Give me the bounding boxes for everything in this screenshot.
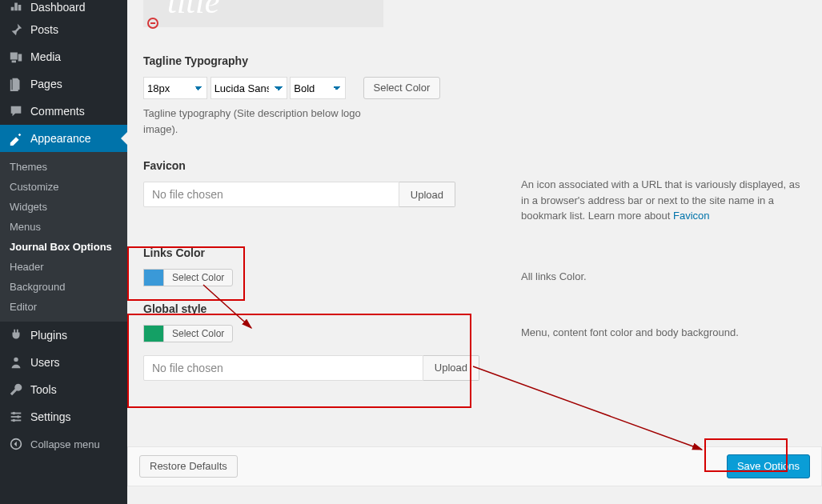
submenu-journal-box-options[interactable]: Journal Box Options	[0, 237, 127, 257]
submenu-header[interactable]: Header	[0, 257, 127, 277]
save-options-button[interactable]: Save Options	[727, 454, 810, 478]
users-icon	[8, 354, 24, 370]
favicon-upload-button[interactable]: Upload	[399, 182, 455, 207]
sidebar-item-appearance[interactable]: Appearance	[0, 125, 127, 152]
sidebar-label: Comments	[30, 105, 85, 118]
links-select-color-button[interactable]: Select Color	[163, 269, 233, 286]
favicon-link[interactable]: Favicon	[673, 210, 710, 222]
collapse-icon	[8, 436, 24, 452]
sidebar-label: Pages	[30, 78, 62, 90]
tagline-heading: Tagline Typography	[143, 54, 489, 67]
sidebar-label: Tools	[30, 383, 57, 396]
submenu-menus[interactable]: Menus	[0, 217, 127, 237]
submenu-editor[interactable]: Editor	[0, 297, 127, 317]
tagline-desc: Tagline typography (Site description bel…	[143, 106, 367, 137]
sidebar-label: Posts	[30, 23, 58, 36]
submenu-customize[interactable]: Customize	[0, 177, 127, 197]
logo-preview: title	[143, 0, 383, 27]
submenu-themes[interactable]: Themes	[0, 157, 127, 177]
remove-logo-icon[interactable]	[147, 18, 158, 29]
favicon-heading: Favicon	[143, 159, 489, 172]
global-file-input[interactable]: No file chosen	[143, 355, 423, 381]
main-content: title Tagline Typography 18px Lucida San…	[127, 0, 822, 504]
submenu-background[interactable]: Background	[0, 277, 127, 297]
sidebar-item-comments[interactable]: Comments	[0, 98, 127, 125]
pin-icon	[8, 22, 24, 38]
sidebar-item-users[interactable]: Users	[0, 349, 127, 376]
global-select-color-button[interactable]: Select Color	[163, 325, 233, 342]
restore-defaults-button[interactable]: Restore Defaults	[139, 455, 238, 478]
sidebar-item-posts[interactable]: Posts	[0, 16, 127, 43]
sidebar-item-plugins[interactable]: Plugins	[0, 322, 127, 349]
settings-icon	[8, 409, 24, 425]
sidebar-label: Users	[30, 356, 60, 369]
sidebar-item-pages[interactable]: Pages	[0, 70, 127, 98]
tagline-weight-select[interactable]: Bold	[290, 77, 346, 99]
svg-point-6	[13, 419, 16, 422]
links-color-heading: Links Color	[143, 246, 489, 259]
options-footer: Restore Defaults Save Options	[127, 446, 822, 486]
appearance-submenu: Themes Customize Widgets Menus Journal B…	[0, 152, 127, 322]
pages-icon	[8, 76, 24, 92]
favicon-file-input[interactable]: No file chosen	[143, 182, 399, 207]
admin-sidebar: Dashboard Posts Media Pages Comments App…	[0, 0, 127, 504]
submenu-widgets[interactable]: Widgets	[0, 197, 127, 217]
sidebar-item-tools[interactable]: Tools	[0, 376, 127, 403]
comments-icon	[8, 103, 24, 119]
sidebar-item-media[interactable]: Media	[0, 43, 127, 70]
appearance-icon	[8, 130, 24, 146]
plugins-icon	[8, 327, 24, 343]
svg-point-4	[13, 412, 16, 415]
collapse-menu[interactable]: Collapse menu	[0, 430, 127, 458]
global-upload-button[interactable]: Upload	[423, 355, 479, 381]
sidebar-label: Settings	[30, 410, 71, 423]
sidebar-label: Appearance	[30, 132, 91, 145]
svg-point-5	[17, 415, 20, 418]
sidebar-item-settings[interactable]: Settings	[0, 403, 127, 430]
media-icon	[8, 49, 24, 65]
svg-point-0	[14, 358, 18, 362]
favicon-help: An icon associated with a URL that is va…	[489, 159, 806, 224]
tagline-size-select[interactable]: 18px	[143, 77, 207, 99]
global-help: Menu, content font color and body backgr…	[489, 302, 806, 381]
links-help: All links Color.	[489, 246, 806, 286]
global-style-heading: Global style	[143, 302, 489, 315]
sidebar-label: Dashboard	[30, 1, 86, 14]
global-color-swatch[interactable]	[143, 325, 164, 342]
tagline-select-color-button[interactable]: Select Color	[363, 77, 441, 99]
sidebar-label: Plugins	[30, 329, 67, 342]
tools-icon	[8, 382, 24, 398]
dashboard-icon	[8, 0, 24, 14]
sidebar-item-dashboard[interactable]: Dashboard	[0, 0, 127, 16]
tagline-font-select[interactable]: Lucida Sans	[211, 77, 287, 99]
sidebar-label: Media	[30, 50, 61, 63]
links-color-swatch[interactable]	[143, 269, 164, 286]
collapse-label: Collapse menu	[30, 438, 100, 450]
